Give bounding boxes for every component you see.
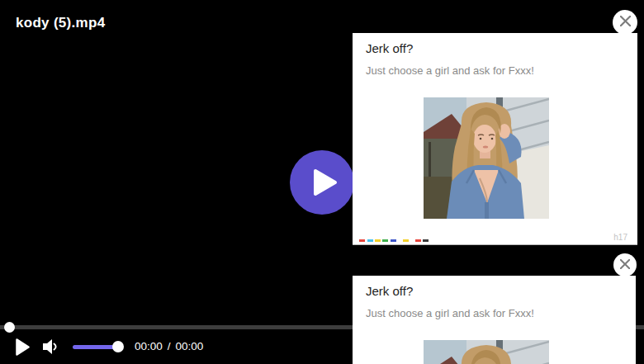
- volume-icon: [43, 343, 59, 357]
- close-icon: [620, 15, 631, 30]
- time-separator: /: [168, 340, 171, 352]
- big-play-button[interactable]: [290, 150, 354, 215]
- ad-photo[interactable]: [424, 340, 549, 364]
- popup-ad-2: Jerk off? Just choose a girl and ask for…: [353, 276, 636, 364]
- current-time: 00:00: [135, 340, 163, 352]
- ad-photo[interactable]: [424, 97, 549, 219]
- close-button-popup-2[interactable]: [613, 253, 637, 277]
- ad-heading: Jerk off?: [366, 41, 413, 55]
- duration: 00:00: [176, 340, 204, 352]
- video-title: kody (5).mp4: [16, 15, 105, 31]
- ad-body: Just choose a girl and ask for Fxxx!: [366, 307, 534, 319]
- ad-marker-dash: [367, 239, 373, 242]
- close-button-popup-1[interactable]: [613, 10, 637, 35]
- ad-marker-dash: [382, 239, 388, 242]
- popup-ad-1: Jerk off? Just choose a girl and ask for…: [353, 33, 637, 245]
- ad-marker-dash: [415, 239, 421, 242]
- play-icon: [307, 168, 338, 196]
- ad-marker-dash: [423, 239, 429, 242]
- volume-slider[interactable]: [73, 341, 125, 352]
- play-button[interactable]: [16, 338, 30, 356]
- ad-badge: h17: [613, 233, 627, 242]
- close-icon: [620, 258, 630, 272]
- ad-marker-row: [353, 239, 637, 243]
- play-icon: [16, 344, 30, 358]
- volume-thumb[interactable]: [112, 341, 124, 352]
- ad-body: Just choose a girl and ask for Fxxx!: [366, 64, 534, 77]
- progress-thumb[interactable]: [4, 322, 15, 333]
- ad-marker-dash: [375, 239, 381, 242]
- mute-button[interactable]: [43, 338, 59, 355]
- ad-heading: Jerk off?: [366, 284, 413, 298]
- time-display: 00:00/00:00: [135, 340, 203, 352]
- ad-marker-dash: [391, 239, 396, 242]
- ad-marker-dash: [403, 239, 409, 242]
- ad-marker-dash: [359, 239, 365, 242]
